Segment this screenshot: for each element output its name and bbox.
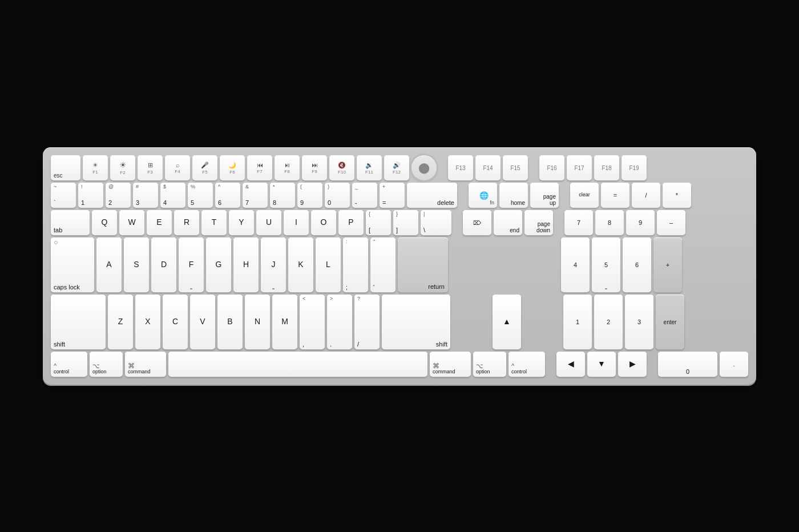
key-np-1[interactable]: 1 bbox=[563, 295, 592, 349]
key-np-5[interactable]: 5 bbox=[592, 237, 620, 292]
key-spacebar[interactable] bbox=[168, 352, 427, 377]
key-np-equals[interactable]: = bbox=[601, 183, 629, 208]
key-np-2[interactable]: 2 bbox=[594, 295, 623, 349]
key-np-plus[interactable]: + bbox=[653, 237, 682, 292]
key-arrow-right[interactable]: ▶ bbox=[618, 352, 647, 377]
key-backtick[interactable]: ~ ` bbox=[51, 183, 76, 208]
key-x[interactable]: X bbox=[135, 295, 160, 349]
key-np-7[interactable]: 7 bbox=[564, 210, 593, 235]
key-semicolon[interactable]: : ; bbox=[343, 237, 368, 292]
key-f16[interactable]: F16 bbox=[539, 155, 564, 180]
key-return[interactable]: return bbox=[398, 237, 448, 292]
key-f7[interactable]: ⏮ F7 bbox=[247, 155, 272, 180]
key-i[interactable]: I bbox=[284, 210, 309, 235]
key-f18[interactable]: F18 bbox=[594, 155, 619, 180]
key-0[interactable]: ) 0 bbox=[325, 183, 350, 208]
key-w[interactable]: W bbox=[119, 210, 144, 235]
key-m[interactable]: M bbox=[272, 295, 297, 349]
key-page-up[interactable]: pageup bbox=[530, 183, 559, 208]
key-home[interactable]: home bbox=[499, 183, 528, 208]
key-k[interactable]: K bbox=[288, 237, 313, 292]
key-v[interactable]: V bbox=[190, 295, 215, 349]
key-f17[interactable]: F17 bbox=[567, 155, 592, 180]
key-np-decimal[interactable]: . bbox=[720, 352, 748, 377]
key-minus[interactable]: _ - bbox=[352, 183, 377, 208]
key-option-left[interactable]: ⌥ option bbox=[90, 352, 123, 377]
key-np-0[interactable]: 0 bbox=[658, 352, 717, 377]
key-e[interactable]: E bbox=[147, 210, 172, 235]
key-b[interactable]: B bbox=[217, 295, 243, 349]
key-4[interactable]: $ 4 bbox=[160, 183, 185, 208]
key-tab[interactable]: tab bbox=[51, 210, 90, 235]
key-f12[interactable]: 🔊 F12 bbox=[384, 155, 409, 180]
key-caps-lock[interactable]: caps lock bbox=[51, 237, 94, 292]
key-f5[interactable]: 🎤 F5 bbox=[192, 155, 217, 180]
key-s[interactable]: S bbox=[124, 237, 149, 292]
key-f10[interactable]: 🔇 F10 bbox=[329, 155, 354, 180]
key-o[interactable]: O bbox=[311, 210, 336, 235]
key-3[interactable]: # 3 bbox=[133, 183, 158, 208]
key-f4[interactable]: ⌕ F4 bbox=[165, 155, 190, 180]
key-esc[interactable]: esc bbox=[51, 155, 80, 180]
key-fn-globe[interactable]: 🌐 fn bbox=[469, 183, 497, 208]
key-option-right[interactable]: ⌥ option bbox=[473, 352, 506, 377]
key-f6[interactable]: 🌙 F6 bbox=[220, 155, 245, 180]
key-left-bracket[interactable]: { [ bbox=[366, 210, 391, 235]
key-np-enter[interactable]: enter bbox=[656, 295, 684, 349]
key-t[interactable]: T bbox=[201, 210, 227, 235]
key-l[interactable]: L bbox=[316, 237, 341, 292]
key-r[interactable]: R bbox=[174, 210, 199, 235]
key-5[interactable]: % 5 bbox=[188, 183, 213, 208]
key-end[interactable]: end bbox=[494, 210, 522, 235]
key-command-left[interactable]: ⌘ command bbox=[125, 352, 166, 377]
key-np-3[interactable]: 3 bbox=[625, 295, 653, 349]
key-q[interactable]: Q bbox=[92, 210, 117, 235]
key-f8[interactable]: ⏯ F8 bbox=[275, 155, 300, 180]
key-equals[interactable]: + = bbox=[380, 183, 405, 208]
key-comma[interactable]: < , bbox=[300, 295, 325, 349]
key-n[interactable]: N bbox=[245, 295, 270, 349]
key-np-8[interactable]: 8 bbox=[595, 210, 624, 235]
key-9[interactable]: ( 9 bbox=[297, 183, 322, 208]
key-control-right[interactable]: ^ control bbox=[509, 352, 545, 377]
key-shift-left[interactable]: shift bbox=[51, 295, 106, 349]
key-command-right[interactable]: ⌘ command bbox=[430, 352, 471, 377]
key-np-4[interactable]: 4 bbox=[561, 237, 590, 292]
key-j[interactable]: J bbox=[261, 237, 286, 292]
key-np-divide[interactable]: / bbox=[632, 183, 660, 208]
key-forward-delete[interactable]: ⌦ bbox=[463, 210, 491, 235]
key-period[interactable]: > . bbox=[327, 295, 352, 349]
key-z[interactable]: Z bbox=[108, 295, 133, 349]
key-c[interactable]: C bbox=[163, 295, 188, 349]
key-np-9[interactable]: 9 bbox=[626, 210, 655, 235]
key-np-multiply[interactable]: * bbox=[663, 183, 691, 208]
key-np-minus[interactable]: – bbox=[657, 210, 685, 235]
key-d[interactable]: D bbox=[151, 237, 176, 292]
key-y[interactable]: Y bbox=[229, 210, 254, 235]
key-slash[interactable]: ? / bbox=[354, 295, 380, 349]
key-f[interactable]: F bbox=[179, 237, 204, 292]
key-8[interactable]: * 8 bbox=[270, 183, 295, 208]
key-quote[interactable]: " ' bbox=[370, 237, 396, 292]
key-f11[interactable]: 🔉 F11 bbox=[357, 155, 382, 180]
key-a[interactable]: A bbox=[96, 237, 122, 292]
key-control-left[interactable]: ^ control bbox=[51, 352, 87, 377]
key-shift-right[interactable]: shift bbox=[382, 295, 450, 349]
key-arrow-left[interactable]: ◀ bbox=[556, 352, 585, 377]
key-backslash[interactable]: | \ bbox=[421, 210, 451, 235]
key-p[interactable]: P bbox=[338, 210, 364, 235]
key-f13[interactable]: F13 bbox=[448, 155, 473, 180]
key-arrow-down[interactable]: ▼ bbox=[587, 352, 616, 377]
key-u[interactable]: U bbox=[256, 210, 281, 235]
key-f19[interactable]: F19 bbox=[622, 155, 647, 180]
key-h[interactable]: H bbox=[233, 237, 259, 292]
key-np-6[interactable]: 6 bbox=[623, 237, 651, 292]
key-page-down[interactable]: pagedown bbox=[524, 210, 553, 235]
key-f9[interactable]: ⏭ F9 bbox=[302, 155, 327, 180]
key-delete[interactable]: delete bbox=[407, 183, 457, 208]
key-6[interactable]: ^ 6 bbox=[215, 183, 240, 208]
key-right-bracket[interactable]: } ] bbox=[393, 210, 418, 235]
key-f1[interactable]: ☀ F1 bbox=[83, 155, 108, 180]
key-f15[interactable]: F15 bbox=[503, 155, 528, 180]
key-2[interactable]: @ 2 bbox=[106, 183, 131, 208]
